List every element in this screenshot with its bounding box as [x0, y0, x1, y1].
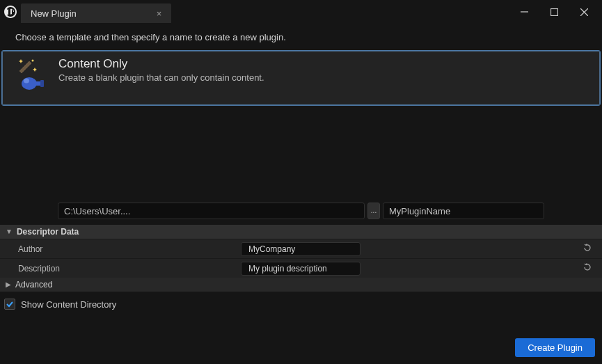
template-wizard-icon: [15, 57, 45, 92]
tab-close-icon[interactable]: ×: [157, 8, 162, 19]
template-content-only[interactable]: Content Only Create a blank plugin that …: [2, 51, 600, 105]
plugin-name-input[interactable]: [383, 203, 544, 219]
window-controls: [521, 8, 602, 16]
browse-path-button[interactable]: ...: [367, 203, 380, 219]
tab-new-plugin[interactable]: New Plugin ×: [21, 3, 171, 23]
section-label: Descriptor Data: [17, 227, 79, 237]
minimize-icon[interactable]: [521, 8, 528, 16]
tab-title: New Plugin: [31, 8, 77, 19]
author-label: Author: [18, 244, 241, 254]
show-content-directory-row: Show Content Directory: [0, 292, 602, 317]
template-title: Content Only: [58, 57, 264, 71]
show-content-directory-label: Show Content Directory: [21, 299, 116, 310]
chevron-right-icon: ▶: [6, 281, 11, 288]
maximize-icon[interactable]: [550, 8, 558, 16]
svg-rect-5: [40, 80, 44, 87]
titlebar: New Plugin ×: [0, 0, 602, 24]
descriptor-data-header[interactable]: ▼ Descriptor Data: [0, 225, 602, 239]
description-input[interactable]: [241, 262, 361, 276]
close-icon[interactable]: [580, 8, 588, 16]
show-content-directory-checkbox[interactable]: [4, 299, 15, 310]
app-logo: [0, 0, 21, 24]
reset-description-icon[interactable]: [583, 262, 596, 274]
description-label: Description: [18, 264, 241, 274]
chevron-down-icon: ▼: [6, 228, 13, 235]
template-description: Create a blank plugin that can only cont…: [58, 72, 264, 83]
path-row: ...: [0, 198, 602, 225]
description-row: Description: [0, 258, 602, 278]
svg-point-2: [22, 77, 37, 90]
svg-point-3: [24, 79, 29, 84]
svg-point-1: [32, 60, 34, 62]
author-input[interactable]: [241, 242, 361, 256]
advanced-header[interactable]: ▶ Advanced: [0, 278, 602, 292]
reset-author-icon[interactable]: [583, 243, 596, 255]
instruction-text: Choose a template and then specify a nam…: [0, 24, 602, 51]
plugin-path-input[interactable]: [58, 203, 365, 219]
create-plugin-button[interactable]: Create Plugin: [515, 338, 595, 357]
author-row: Author: [0, 239, 602, 258]
section-label: Advanced: [15, 280, 52, 290]
svg-rect-0: [551, 8, 558, 15]
